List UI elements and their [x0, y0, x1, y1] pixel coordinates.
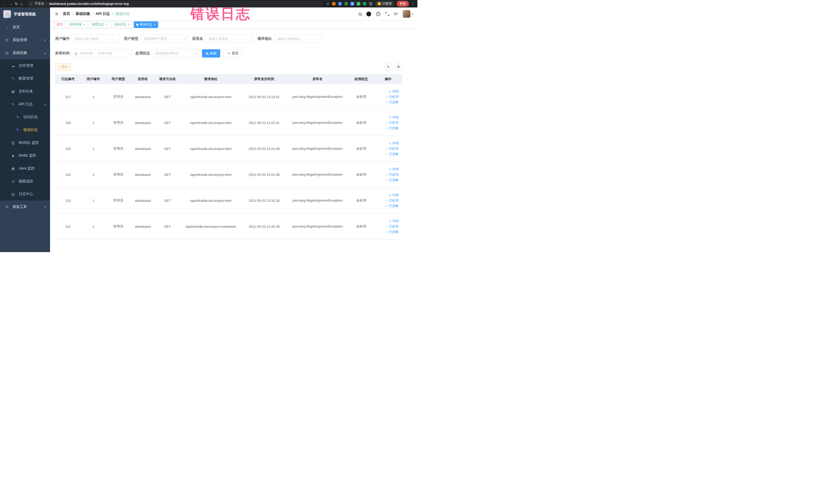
reset-button[interactable]: ↻ 重置: [224, 49, 242, 58]
help-icon[interactable]: ?: [376, 12, 381, 16]
sidebar-item-error-log[interactable]: ✎错误日志: [0, 123, 50, 136]
action-label: 已处理: [389, 95, 399, 99]
close-icon[interactable]: ×: [154, 23, 156, 26]
sidebar-toggle-icon[interactable]: ≡: [54, 11, 59, 17]
back-icon[interactable]: ←: [3, 2, 6, 6]
font-size-icon[interactable]: TT: [394, 12, 398, 16]
close-icon[interactable]: ×: [105, 23, 107, 26]
tag-0[interactable]: 首页: [54, 21, 65, 28]
sidebar-item-label: 配置管理: [19, 76, 33, 81]
process-status-placeholder: 请选择处理状态: [155, 51, 179, 56]
extension-icon[interactable]: on: [357, 2, 360, 6]
sidebar-item-log-center[interactable]: ▤日志中心: [0, 188, 50, 201]
cell-method: GET: [155, 121, 180, 125]
action-detail-link[interactable]: ⊙详细: [389, 193, 399, 198]
cell-url: /api/infra/db-doc/export-html: [180, 199, 242, 203]
action-detail-link[interactable]: ⊙详细: [389, 115, 399, 120]
search-button[interactable]: 搜索: [202, 49, 220, 58]
user-menu[interactable]: ▾: [403, 10, 413, 18]
cell-user-id: 1: [81, 199, 106, 203]
forward-icon[interactable]: →: [9, 2, 13, 6]
export-button-label: 导出: [61, 65, 68, 69]
sidebar-item-label: Java 监控: [19, 166, 34, 171]
sidebar-item-file[interactable]: ☁文件管理: [0, 59, 50, 72]
action-ignored-link[interactable]: ✓已忽略: [386, 100, 399, 104]
action-ignored-link[interactable]: ✓已忽略: [386, 230, 399, 234]
breadcrumb-item[interactable]: API 日志: [96, 12, 109, 16]
github-icon[interactable]: [366, 12, 371, 16]
sidebar-item-system[interactable]: ⚙系统管理▾: [0, 34, 50, 46]
sidebar-item-api-log[interactable]: ✎API 日志▴: [0, 98, 50, 110]
extension-icon[interactable]: ▦: [350, 2, 354, 6]
chevron-down-icon: ▾: [184, 37, 185, 41]
date-range-picker[interactable]: ▦ 开始日期 - 结束日期: [72, 49, 131, 58]
tag-active[interactable]: 错误日志×: [134, 21, 158, 28]
sidebar-item-access-log[interactable]: ✎访问日志: [0, 110, 50, 123]
extension-icon[interactable]: [332, 2, 336, 6]
reload-icon[interactable]: ↻: [15, 2, 18, 6]
bookmark-star-icon[interactable]: ☆: [326, 2, 330, 6]
action-processed-link[interactable]: ✓已处理: [386, 199, 399, 203]
sidebar-item-redis[interactable]: ◆Redis 监控: [0, 149, 50, 162]
sidebar-item-mysql[interactable]: ▥MySQL 监控: [0, 136, 50, 149]
user-id-input[interactable]: [72, 35, 120, 43]
cell-id: 115: [55, 147, 81, 151]
sidebar-item-java[interactable]: ▣Java 监控: [0, 162, 50, 175]
tag-3[interactable]: 访问日志×: [111, 21, 132, 28]
refresh-table-icon[interactable]: ↻: [385, 63, 392, 70]
paused-badge[interactable]: 已暂停: [375, 1, 394, 7]
close-icon[interactable]: ×: [128, 23, 130, 26]
breadcrumb-item[interactable]: 首页: [63, 12, 70, 16]
sidebar-item-config[interactable]: ✎配置管理: [0, 72, 50, 85]
request-url-input[interactable]: [274, 35, 322, 43]
url-text: dashboard.yudao.iocoder.cn/infra/log/api…: [49, 2, 129, 6]
sidebar-item-trace[interactable]: ◎链路追踪: [0, 175, 50, 188]
action-ignored-link[interactable]: ✓已忽略: [386, 204, 399, 208]
export-button[interactable]: ↓ 导出: [55, 63, 71, 70]
tag-1[interactable]: 定时任务×: [67, 21, 87, 28]
search-icon[interactable]: [359, 13, 361, 15]
fullscreen-icon[interactable]: [385, 12, 389, 16]
app-name-input[interactable]: [205, 35, 253, 43]
action-processed-link[interactable]: ✓已处理: [386, 147, 399, 151]
home-icon[interactable]: ⌂: [21, 2, 23, 6]
address-bar[interactable]: ⚠ 不安全 | dashboard.yudao.iocoder.cn/infra…: [27, 1, 322, 7]
action-detail-link[interactable]: ⊙详细: [389, 141, 399, 146]
breadcrumb-separator: /: [73, 12, 74, 16]
infra-icon: ▤: [5, 51, 9, 55]
action-processed-link[interactable]: ✓已处理: [386, 224, 399, 229]
check-icon: ✓: [386, 173, 388, 176]
app-logo[interactable]: 🐰 芋道管理系统: [0, 7, 50, 21]
action-detail-link[interactable]: ⊙详细: [389, 219, 399, 223]
sidebar-item-job[interactable]: ▦定时任务: [0, 85, 50, 98]
action-processed-link[interactable]: ✓已处理: [386, 121, 399, 125]
content: 用户编号 用户类型 请选择用户类型 ▾ 应用名 请求地址: [50, 29, 418, 252]
action-processed-link[interactable]: ✓已处理: [386, 95, 399, 99]
action-processed-link[interactable]: ✓已处理: [386, 173, 399, 177]
action-ignored-link[interactable]: ✓已忽略: [386, 152, 399, 156]
cell-actions: ⊙详细✓已处理✓已忽略: [374, 89, 402, 104]
browser-menu-icon[interactable]: ⋮: [411, 2, 415, 6]
sidebar-item-home[interactable]: ⌂首页: [0, 21, 50, 34]
tag-2[interactable]: 调度日志×: [89, 21, 110, 28]
extension-icon[interactable]: [363, 2, 367, 6]
sidebar-item-label: 链路追踪: [19, 179, 33, 184]
action-ignored-link[interactable]: ✓已忽略: [386, 178, 399, 182]
column-settings-icon[interactable]: ⚙: [394, 63, 402, 70]
action-ignored-link[interactable]: ✓已忽略: [386, 126, 399, 130]
process-status-select[interactable]: 请选择处理状态 ▾: [152, 49, 199, 58]
sidebar-item-devtools[interactable]: ⚒研发工具▾: [0, 201, 50, 213]
sidebar-item-infra[interactable]: ▤基础设施▴: [0, 46, 50, 59]
chevron-down-icon: ▾: [44, 39, 46, 42]
extension-icon[interactable]: [338, 2, 342, 6]
extensions-pin-icon[interactable]: [369, 2, 373, 6]
breadcrumb-item[interactable]: 基础设施: [76, 12, 90, 16]
update-button[interactable]: 更新: [396, 1, 409, 7]
user-type-select[interactable]: 请选择用户类型 ▾: [140, 35, 188, 43]
extensions-row: ☆ Y ▦ on 已暂停 更新 ⋮: [326, 1, 415, 7]
action-detail-link[interactable]: ⊙详细: [389, 89, 399, 94]
action-detail-link[interactable]: ⊙详细: [389, 167, 399, 172]
redis-icon: ◆: [11, 154, 15, 158]
extension-icon[interactable]: Y: [344, 2, 348, 6]
close-icon[interactable]: ×: [83, 23, 85, 26]
